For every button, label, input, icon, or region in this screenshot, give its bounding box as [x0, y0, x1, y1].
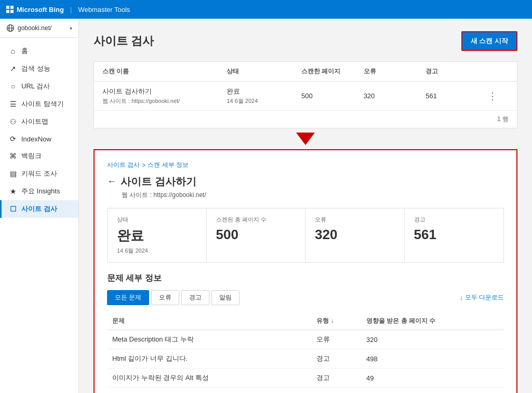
sidebar-label-explorer: 사이트 탐색기 [21, 99, 64, 109]
table-row: Meta Description 태그 누락 오류 320 [107, 330, 504, 349]
stat-errors-value: 320 [315, 227, 395, 243]
breadcrumb: 사이트 검사 > 스캔 세부 정보 [107, 161, 504, 169]
sidebar-item-site-scan[interactable]: ☐ 사이트 검사 [0, 200, 78, 218]
issues-col-type: 유형 ↓ [311, 312, 361, 330]
back-button[interactable]: ← [107, 176, 116, 187]
topbar-logo: Microsoft Bing [6, 6, 64, 14]
issue-name-3: 이미지가 누락된 경우의 Alt 특성 [107, 369, 311, 388]
tab-all-issues[interactable]: 모든 문제 [107, 290, 149, 305]
download-icon: ↓ [460, 294, 463, 302]
stat-errors: 오류 320 [305, 208, 405, 262]
stat-pages-value: 500 [216, 227, 296, 243]
sidebar-item-home[interactable]: ⌂ 홈 [0, 42, 78, 60]
arrow-down-icon [296, 133, 315, 145]
site-selector[interactable]: gobooki.net/ ▾ [0, 19, 78, 38]
backlinks-icon: ⌘ [9, 152, 17, 160]
issue-pages-3: 49 [361, 369, 504, 388]
sidebar-item-insights[interactable]: ★ 주요 Insights [0, 182, 78, 200]
scan-status-cell: 완료 14 6월 2024 [227, 87, 301, 105]
stat-status: 상태 완료 14 6월 2024 [108, 208, 207, 262]
tab-warnings[interactable]: 경고 [181, 290, 209, 305]
issues-table: 문제 유형 ↓ 영향을 받은 총 페이지 수 Meta Description … [107, 312, 504, 393]
table-row: 이미지가 누락된 경우의 Alt 특성 경고 49 [107, 369, 504, 388]
sidebar-nav: ⌂ 홈 ↗ 검색 성능 ○ URL 검사 ☰ 사이트 탐색기 ⚇ 사이트맵 ⟳ … [0, 38, 78, 222]
site-name: gobooki.net/ [18, 24, 66, 32]
chevron-down-icon: ▾ [70, 25, 72, 31]
scan-status: 완료 [227, 87, 301, 96]
download-all-button[interactable]: ↓ 모두 다운로드 [460, 293, 504, 302]
insights-icon: ★ [9, 187, 17, 195]
download-label: 모두 다운로드 [465, 293, 504, 302]
content-area: 사이트 검사 새 스캔 시작 스캔 이름 상태 스캔한 페이지 오류 경고 사이… [79, 19, 532, 393]
topbar: Microsoft Bing | Webmaster Tools [0, 0, 532, 19]
windows-logo-icon [6, 6, 14, 13]
new-scan-button[interactable]: 새 스캔 시작 [461, 31, 517, 51]
stat-warnings-value: 561 [414, 227, 495, 243]
site-scan-icon: ☐ [9, 205, 17, 213]
scan-errors-count: 320 [364, 92, 426, 100]
sidebar: gobooki.net/ ▾ ⌂ 홈 ↗ 검색 성능 ○ URL 검사 ☰ 사이… [0, 19, 79, 393]
sidebar-label-backlinks: 백링크 [21, 151, 42, 161]
issue-name-4: 너무 길거나 짧은 Meta Description [107, 388, 311, 394]
issue-pages-1: 320 [361, 330, 504, 349]
detail-title-text: 사이트 검사하기 [121, 175, 196, 189]
issue-pages-4: 12 [361, 388, 504, 394]
sidebar-item-indexnow[interactable]: ⟳ IndexNow [0, 130, 78, 147]
scan-table-header: 스캔 이름 상태 스캔한 페이지 오류 경고 [94, 62, 517, 82]
scan-table-footer: 1 행 [94, 111, 517, 128]
col-header-status: 상태 [227, 67, 301, 76]
keywords-icon: ▤ [9, 169, 17, 178]
detail-title: ← 사이트 검사하기 [107, 175, 504, 189]
sidebar-label-search: 검색 성능 [21, 64, 50, 73]
issues-title: 문제 세부 정보 [107, 273, 504, 284]
row-more-options[interactable]: ⋮ [488, 90, 509, 102]
sidebar-label-home: 홈 [21, 46, 28, 56]
stat-warnings: 경고 561 [405, 208, 504, 262]
stats-row: 상태 완료 14 6월 2024 스캔된 총 페이지 수 500 오류 320 … [107, 208, 504, 263]
breadcrumb-part1[interactable]: 사이트 검사 [107, 161, 140, 169]
tab-errors[interactable]: 오류 [151, 290, 179, 305]
issues-tabs-row: 모든 문제 오류 경고 알림 ↓ 모두 다운로드 [107, 290, 504, 305]
col-header-warnings: 경고 [425, 67, 488, 76]
sidebar-item-site-explorer[interactable]: ☰ 사이트 탐색기 [0, 95, 78, 113]
stat-status-value: 완료 [117, 227, 197, 245]
sidebar-item-backlinks[interactable]: ⌘ 백링크 [0, 147, 78, 165]
col-header-actions [488, 67, 509, 76]
sidebar-item-keywords[interactable]: ▤ 키워드 조사 [0, 165, 78, 182]
topbar-brand: Microsoft Bing [17, 6, 64, 14]
issues-tabs: 모든 문제 오류 경고 알림 [107, 290, 240, 305]
tab-alerts[interactable]: 알림 [211, 290, 240, 305]
explorer-icon: ☰ [9, 100, 17, 108]
table-row[interactable]: 사이트 검사하기 웹 사이트 : https://gobooki.net/ 완료… [94, 82, 517, 111]
issue-type-4: 경고 [311, 388, 361, 394]
scan-name-cell: 사이트 검사하기 웹 사이트 : https://gobooki.net/ [102, 87, 227, 105]
sidebar-label-indexnow: IndexNow [21, 135, 51, 143]
issue-type-2: 경고 [311, 349, 361, 369]
page-title: 사이트 검사 [94, 33, 154, 49]
stat-errors-label: 오류 [315, 216, 395, 224]
stat-pages: 스캔된 총 페이지 수 500 [207, 208, 306, 262]
sidebar-item-url-inspection[interactable]: ○ URL 검사 [0, 77, 78, 95]
issue-pages-2: 498 [361, 349, 504, 369]
col-header-errors: 오류 [364, 67, 426, 76]
page-header: 사이트 검사 새 스캔 시작 [94, 31, 517, 51]
stat-pages-label: 스캔된 총 페이지 수 [216, 216, 296, 224]
sidebar-label-site-scan: 사이트 검사 [21, 204, 57, 214]
scan-warnings-count: 561 [425, 92, 488, 100]
col-header-scanned: 스캔한 페이지 [301, 67, 364, 76]
topbar-divider: | [70, 6, 72, 14]
table-row: Html 길이가 너무 깁니다. 경고 498 [107, 349, 504, 369]
sidebar-label-insights: 주요 Insights [21, 187, 60, 196]
stat-status-date: 14 6월 2024 [117, 247, 197, 255]
sidebar-label-url: URL 검사 [21, 82, 50, 91]
breadcrumb-separator: > [142, 162, 145, 169]
trend-icon: ↗ [9, 64, 17, 73]
issues-col-pages: 영향을 받은 총 페이지 수 [361, 312, 504, 330]
issues-table-header-row: 문제 유형 ↓ 영향을 받은 총 페이지 수 [107, 312, 504, 330]
topbar-product: Webmaster Tools [78, 6, 130, 14]
sidebar-item-search-performance[interactable]: ↗ 검색 성능 [0, 60, 78, 77]
stat-warnings-label: 경고 [414, 216, 495, 224]
scan-name: 사이트 검사하기 [102, 87, 227, 96]
sidebar-item-sitemap[interactable]: ⚇ 사이트맵 [0, 113, 78, 130]
issue-name-2: Html 길이가 너무 깁니다. [107, 349, 311, 369]
